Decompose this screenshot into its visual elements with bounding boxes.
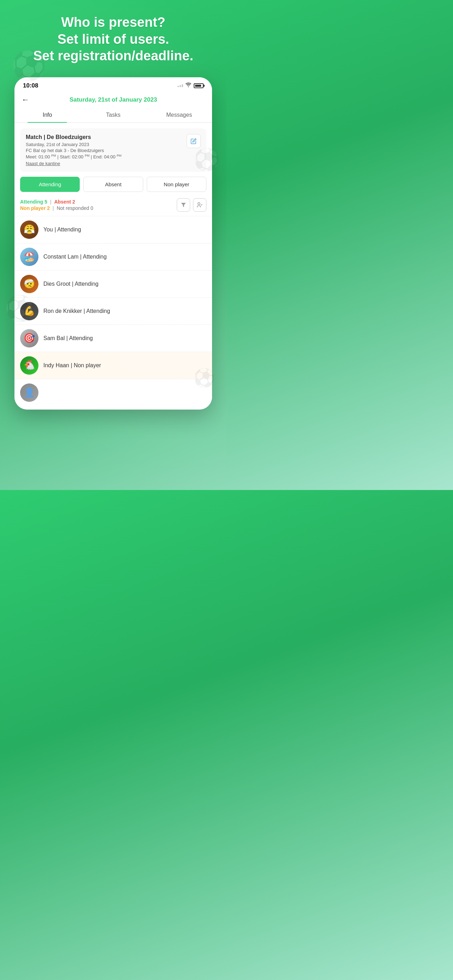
stats-left: Attending 5 | Absent 2 Non player 2 | No…: [20, 199, 93, 211]
player-name: Sam Bal | Attending: [43, 335, 93, 342]
tab-bar: Info Tasks Messages: [14, 108, 212, 123]
edit-button[interactable]: [187, 134, 201, 148]
status-bar: 10:08: [14, 77, 212, 92]
svg-point-0: [198, 202, 200, 205]
player-name: Constant Lam | Attending: [43, 254, 106, 260]
avatar: 🐔: [20, 356, 38, 375]
stats-row: Attending 5 | Absent 2 Non player 2 | No…: [14, 197, 212, 216]
match-teams: FC Bal op het dak 3 - De Bloedzuigers: [26, 148, 187, 153]
player-item[interactable]: 🤕 Dies Groot | Attending: [14, 270, 212, 298]
player-item[interactable]: 💪 Ron de Knikker | Attending: [14, 298, 212, 325]
hero-section: Who is present? Set limit of users. Set …: [19, 14, 207, 65]
signal-icon: [178, 84, 183, 87]
player-item[interactable]: 👤: [14, 379, 212, 403]
match-location[interactable]: Naast de kantine: [26, 161, 187, 166]
avatar: 💪: [20, 302, 38, 320]
player-name: Ron de Knikker | Attending: [43, 308, 110, 314]
player-list: 😤 You | Attending 🏖️ Constant Lam | Atte…: [14, 216, 212, 403]
match-info: Match | De Bloedzuigers Saturday, 21st o…: [26, 134, 187, 166]
absent-button[interactable]: Absent: [83, 177, 143, 192]
stats-line-2: Non player 2 | Not responded 0: [20, 205, 93, 211]
back-button[interactable]: ←: [22, 95, 29, 104]
stats-action-icons: [177, 198, 207, 212]
app-header: ← Saturday, 21st of January 2023: [14, 92, 212, 103]
player-item[interactable]: 🏖️ Constant Lam | Attending: [14, 243, 212, 270]
stats-line-1: Attending 5 | Absent 2: [20, 199, 93, 205]
avatar: 😤: [20, 221, 38, 239]
player-item[interactable]: 🐔 Indy Haan | Non player: [14, 352, 212, 379]
status-icons: [178, 83, 203, 89]
avatar: 🎯: [20, 329, 38, 347]
non-player-button[interactable]: Non player: [147, 177, 207, 192]
avatar: 🏖️: [20, 248, 38, 266]
stat-non-player: Non player 2: [20, 205, 50, 211]
status-time: 10:08: [23, 82, 38, 89]
hero-line3: Set registration/deadline.: [33, 48, 193, 63]
hero-line2: Set limit of users.: [57, 32, 169, 46]
match-date: Saturday, 21st of January 2023: [26, 142, 187, 147]
match-title: Match | De Bloedzuigers: [26, 134, 187, 140]
player-item[interactable]: 😤 You | Attending: [14, 216, 212, 243]
filter-button[interactable]: [177, 198, 190, 212]
tab-info[interactable]: Info: [14, 108, 80, 123]
battery-icon: [194, 83, 203, 88]
phone-frame: 10:08 ← Saturday, 21st of January 2: [14, 77, 212, 410]
manage-button[interactable]: [193, 198, 207, 212]
tab-tasks[interactable]: Tasks: [80, 108, 146, 123]
tab-messages[interactable]: Messages: [146, 108, 212, 123]
header-title: Saturday, 21st of January 2023: [70, 96, 157, 103]
attendance-buttons: Attending Absent Non player: [14, 172, 212, 197]
player-name: You | Attending: [43, 226, 81, 233]
hero-line1: Who is present?: [61, 15, 165, 30]
avatar: 🤕: [20, 275, 38, 293]
player-name: Indy Haan | Non player: [43, 362, 101, 369]
app-content: ← Saturday, 21st of January 2023 Info Ta…: [14, 92, 212, 410]
stat-not-responded: Not responded 0: [57, 205, 94, 211]
player-item[interactable]: 🎯 Sam Bal | Attending: [14, 325, 212, 352]
player-name: Dies Groot | Attending: [43, 281, 99, 287]
wifi-icon: [185, 83, 192, 89]
match-times: Meet: 01:00 PM | Start: 02:00 PM | End: …: [26, 154, 187, 159]
match-card: Match | De Bloedzuigers Saturday, 21st o…: [20, 129, 207, 172]
stat-absent: Absent 2: [54, 199, 75, 205]
avatar: 👤: [20, 383, 38, 402]
stat-attending: Attending 5: [20, 199, 47, 205]
attending-button[interactable]: Attending: [20, 177, 80, 192]
